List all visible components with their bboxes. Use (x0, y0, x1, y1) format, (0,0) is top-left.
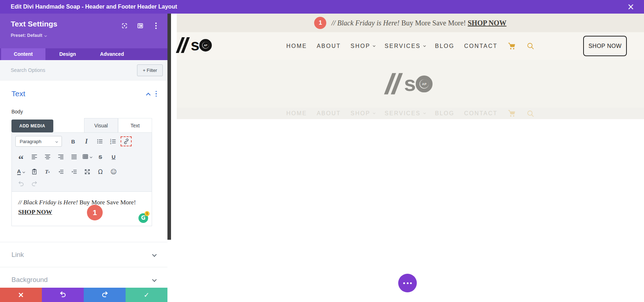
promo-bar: 1 // Black Friday is Here! Buy More Save… (177, 14, 644, 32)
bold-button[interactable]: B (68, 136, 79, 146)
grammarly-widget[interactable]: G 1 (138, 213, 148, 223)
modal-menu-icon[interactable] (152, 22, 160, 29)
numbered-list-button[interactable]: 123 (107, 136, 118, 146)
tab-advanced[interactable]: Advanced (90, 48, 134, 60)
tab-content[interactable]: Content (1, 48, 45, 60)
nav-item-services[interactable]: SERVICES (385, 110, 425, 117)
nav-item-contact[interactable]: CONTACT (464, 43, 498, 49)
bullet-list-button[interactable] (94, 136, 105, 146)
preset-label: Preset: Default (11, 33, 42, 38)
section-menu-icon[interactable] (156, 91, 157, 97)
nav-label: SHOP (351, 43, 370, 49)
promo-shop-now-link[interactable]: SHOP NOW (468, 19, 506, 27)
logo-ap-text: AP (422, 82, 426, 85)
nav-label: BLOG (435, 43, 454, 49)
editor-tab-visual[interactable]: Visual (84, 118, 118, 132)
align-center-button[interactable] (42, 152, 53, 162)
nav-label: SHOP (351, 110, 370, 117)
expand-modal-icon[interactable] (121, 22, 128, 29)
hero-logo[interactable]: s AP (388, 73, 433, 94)
special-character-button[interactable]: Ω (95, 167, 106, 177)
logo-s: s (404, 75, 415, 92)
search-icon[interactable] (526, 109, 535, 118)
main-nav: HOME ABOUT SHOP SERVICES BLOG CONTACT (286, 32, 535, 60)
nav-item-about[interactable]: ABOUT (317, 110, 341, 117)
add-media-button[interactable]: ADD MEDIA (11, 120, 53, 132)
page-settings-fab[interactable] (398, 274, 417, 292)
logo-ap-text: AP (204, 44, 208, 47)
search-options-row: + Filter (0, 60, 167, 81)
modal-scrollbar (167, 14, 171, 302)
paragraph-style-select[interactable]: Paragraph (15, 136, 62, 147)
align-left-button[interactable] (29, 152, 40, 162)
cart-icon[interactable] (507, 42, 517, 50)
nav-label: ABOUT (317, 43, 341, 49)
editor-plain-text: Buy More Save More! (79, 199, 136, 206)
tab-design[interactable]: Design (45, 48, 90, 60)
dock-modal-icon[interactable] (137, 22, 144, 29)
cart-icon[interactable] (507, 109, 517, 118)
redo-changes-button[interactable] (84, 288, 126, 302)
save-button[interactable]: ✓ (126, 288, 167, 302)
editor-italic-text: // Black Friday is Here! (18, 199, 78, 206)
wysiwyg-editor: Paragraph B I 123 “ (11, 132, 152, 226)
chevron-down-icon (44, 34, 47, 36)
nav-label: BLOG (435, 110, 454, 117)
promo-text: // Black Friday is Here! Buy More Save M… (331, 19, 506, 27)
nav-item-home[interactable]: HOME (286, 43, 307, 49)
nav-item-shop[interactable]: SHOP (351, 43, 375, 49)
filter-button[interactable]: + Filter (137, 64, 163, 76)
site-logo[interactable]: s AP (179, 37, 212, 53)
modal-scrollbar-thumb[interactable] (167, 14, 171, 240)
modal-header: Text Settings Preset: Default (0, 14, 167, 48)
fullscreen-button[interactable] (82, 167, 93, 177)
clear-format-sub: x (48, 170, 50, 174)
nav-item-home[interactable]: HOME (286, 110, 307, 117)
nav-item-blog[interactable]: BLOG (435, 43, 454, 49)
nav-item-blog[interactable]: BLOG (435, 110, 454, 117)
justify-button[interactable] (68, 152, 79, 162)
builder-titlebar: Edit Divi Handmade Soap - Header and Foo… (0, 0, 644, 14)
text-color-glyph: A (17, 169, 21, 175)
editor-content-area[interactable]: // Black Friday is Here! Buy More Save M… (12, 191, 152, 226)
undo-button[interactable] (15, 179, 26, 189)
table-button[interactable] (82, 152, 93, 162)
nav-item-about[interactable]: ABOUT (317, 43, 341, 49)
header-shop-now-button[interactable]: SHOP NOW (583, 36, 627, 56)
paste-as-text-button[interactable] (29, 167, 40, 177)
editor-tab-text[interactable]: Text (118, 118, 152, 132)
outdent-button[interactable] (55, 167, 66, 177)
strikethrough-button[interactable]: S (95, 152, 106, 162)
blockquote-button[interactable]: “ (15, 154, 26, 164)
section-link[interactable]: Link (0, 242, 167, 267)
insert-link-button[interactable] (121, 136, 132, 146)
chevron-down-icon (152, 277, 157, 282)
settings-tabs: Content Design Advanced (0, 48, 167, 60)
editor-shop-now-link: SHOP NOW (18, 208, 52, 215)
text-settings-modal: Text Settings Preset: Default Content De… (0, 14, 167, 302)
italic-button[interactable]: I (81, 136, 92, 146)
nav-item-shop[interactable]: SHOP (351, 110, 375, 117)
redo-button[interactable] (29, 179, 40, 189)
logo-ap-circle: AP (203, 42, 209, 48)
emoticon-button[interactable]: ☺ (108, 167, 119, 177)
search-options-input[interactable] (11, 67, 137, 73)
close-icon[interactable]: × (625, 0, 637, 14)
text-color-button[interactable]: A (15, 167, 26, 177)
nav-label: ABOUT (317, 110, 341, 117)
collapse-section-icon[interactable] (146, 93, 151, 97)
nav-item-contact[interactable]: CONTACT (464, 110, 498, 117)
clear-formatting-button[interactable]: Tx (42, 167, 53, 177)
indent-button[interactable] (68, 167, 79, 177)
discard-button[interactable]: × (0, 288, 42, 302)
search-icon[interactable] (526, 42, 535, 50)
body-field-label: Body (11, 109, 167, 115)
page-title: Edit Divi Handmade Soap - Header and Foo… (11, 4, 177, 10)
preset-selector[interactable]: Preset: Default (11, 33, 47, 38)
underline-button[interactable]: U (108, 152, 119, 162)
promo-plain-text: Buy More Save More! (401, 19, 466, 27)
modal-action-bar: × ✓ (0, 288, 167, 302)
align-right-button[interactable] (55, 152, 66, 162)
undo-changes-button[interactable] (42, 288, 84, 302)
nav-item-services[interactable]: SERVICES (385, 43, 425, 49)
